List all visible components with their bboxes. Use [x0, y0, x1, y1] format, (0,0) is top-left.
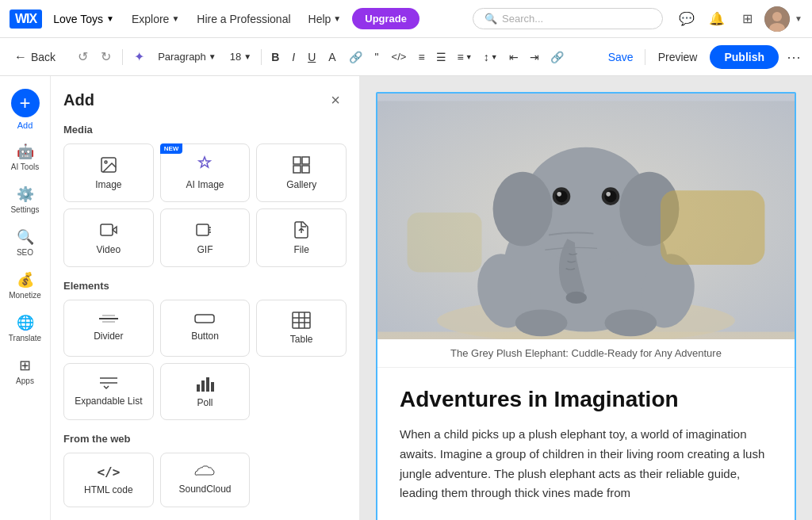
seo-label: SEO	[17, 248, 33, 257]
media-item-image[interactable]: Image	[63, 143, 154, 202]
save-button[interactable]: Save	[600, 48, 642, 67]
image-icon	[99, 155, 118, 174]
explore-menu[interactable]: Explore ▼	[125, 10, 186, 29]
bell-icon-button[interactable]: 🔔	[704, 6, 730, 32]
site-name-dropdown[interactable]: Love Toys ▼	[47, 10, 121, 29]
apps-icon: ⊞	[19, 357, 31, 374]
media-item-gallery[interactable]: Gallery	[256, 143, 347, 202]
article-title: Adventures in Imagination	[400, 387, 772, 412]
add-sidebar-item[interactable]: + Add	[4, 84, 47, 135]
article-body-text: When a child picks up a plush elephant t…	[400, 425, 772, 503]
back-button[interactable]: ← Back	[6, 47, 63, 67]
more-options-button[interactable]: ⋯	[782, 45, 806, 69]
sidebar-item-seo[interactable]: 🔍 SEO	[4, 222, 47, 263]
ai-image-icon	[195, 155, 214, 174]
chevron-down-icon: ▼	[333, 14, 341, 23]
elephant-illustration	[377, 94, 795, 339]
underline-button[interactable]: U	[303, 48, 320, 67]
gif-icon	[195, 220, 214, 239]
search-bar[interactable]: 🔍 Search...	[473, 8, 663, 29]
button-label: Button	[191, 331, 219, 342]
from-web-grid: </> HTML code SoundCloud	[63, 453, 347, 507]
svg-rect-16	[293, 312, 310, 328]
sidebar-item-apps[interactable]: ⊞ Apps	[4, 350, 47, 392]
quote-button[interactable]: "	[370, 48, 384, 67]
top-nav: WIX Love Toys ▼ Explore ▼ Hire a Profess…	[0, 0, 812, 38]
upgrade-button[interactable]: Upgrade	[352, 8, 419, 29]
ai-tools-label: AI Tools	[11, 162, 39, 171]
article-body[interactable]: Adventures in Imagination When a child p…	[377, 368, 795, 520]
svg-rect-23	[197, 384, 200, 392]
gallery-icon	[292, 155, 311, 174]
avatar[interactable]	[764, 6, 790, 32]
element-table[interactable]: Table	[256, 300, 347, 357]
media-item-gif[interactable]: GIF	[160, 208, 251, 267]
text-color-button[interactable]: A	[324, 48, 340, 67]
settings-label: Settings	[10, 205, 39, 214]
bold-button[interactable]: B	[266, 48, 284, 67]
publish-button[interactable]: Publish	[710, 45, 779, 69]
grid-icon-button[interactable]: ⊞	[734, 6, 760, 32]
editor-canvas[interactable]: The Grey Plush Elephant: Cuddle-Ready fo…	[360, 76, 812, 520]
media-item-video[interactable]: Video	[63, 208, 154, 267]
chevron-down-icon: ▼	[243, 52, 251, 61]
svg-point-38	[604, 190, 616, 202]
element-button[interactable]: Button	[160, 300, 251, 357]
chat-icon-button[interactable]: 💬	[674, 6, 699, 32]
sidebar-item-translate[interactable]: 🌐 Translate	[4, 308, 47, 349]
ordered-list-button[interactable]: ≡	[414, 48, 428, 67]
svg-rect-11	[197, 224, 209, 235]
search-icon: 🔍	[485, 13, 497, 25]
line-height-button[interactable]: ↕▼	[480, 48, 502, 67]
table-icon	[292, 312, 311, 329]
ai-assist-button[interactable]: ✦	[129, 46, 149, 67]
editor-content-area[interactable]: The Grey Plush Elephant: Cuddle-Ready fo…	[376, 92, 796, 520]
align-button[interactable]: ≡▼	[454, 48, 477, 67]
soundcloud-label: SoundCloud	[178, 484, 231, 495]
monetize-icon: 💰	[17, 271, 34, 289]
hyperlink-button[interactable]: 🔗	[546, 48, 568, 67]
from-web-html[interactable]: </> HTML code	[63, 453, 154, 507]
media-grid: Image NEW AI Image Gallery Video GIF	[63, 143, 347, 267]
poll-icon	[195, 375, 214, 392]
redo-button[interactable]: ↻	[96, 46, 116, 67]
indent-right-button[interactable]: ⇥	[526, 48, 543, 67]
wix-logo[interactable]: WIX	[10, 10, 42, 29]
unordered-list-button[interactable]: ☰	[432, 48, 450, 67]
sidebar-item-ai-tools[interactable]: 🤖 AI Tools	[4, 136, 47, 178]
close-panel-button[interactable]: ×	[324, 89, 347, 111]
table-label: Table	[290, 334, 313, 345]
help-menu[interactable]: Help ▼	[302, 10, 348, 29]
format-type-dropdown[interactable]: Paragraph ▼	[152, 47, 222, 67]
hire-professional-link[interactable]: Hire a Professional	[190, 10, 297, 29]
font-size-dropdown[interactable]: 18 ▼	[225, 48, 256, 66]
editor-secondary-bar: ← Back ↺ ↻ ✦ Paragraph ▼ 18 ▼ B I U A 🔗 …	[0, 38, 812, 76]
add-panel: Add × Media Image NEW AI Image Gallery V…	[51, 76, 360, 520]
svg-rect-24	[201, 380, 205, 392]
link-button[interactable]: 🔗	[344, 48, 367, 67]
html-code-icon: </>	[97, 465, 120, 480]
code-button[interactable]: </>	[387, 48, 412, 66]
preview-button[interactable]: Preview	[649, 48, 707, 67]
from-web-soundcloud[interactable]: SoundCloud	[160, 453, 251, 507]
undo-button[interactable]: ↺	[73, 46, 93, 67]
divider-icon	[98, 312, 120, 326]
left-sidebar: + Add 🤖 AI Tools ⚙️ Settings 🔍 SEO 💰 Mon…	[0, 76, 51, 520]
media-item-file[interactable]: File	[256, 208, 347, 267]
svg-point-1	[772, 12, 782, 21]
svg-rect-15	[195, 315, 214, 323]
indent-left-button[interactable]: ⇤	[505, 48, 523, 67]
poll-label: Poll	[197, 397, 213, 408]
image-label: Image	[95, 179, 121, 190]
media-item-ai-image[interactable]: NEW AI Image	[160, 143, 251, 202]
svg-point-33	[566, 292, 587, 304]
from-web-section-title: From the web	[63, 433, 347, 445]
element-expandable-list[interactable]: Expandable List	[63, 363, 154, 420]
italic-button[interactable]: I	[287, 48, 300, 67]
element-poll[interactable]: Poll	[160, 363, 251, 420]
button-icon	[193, 312, 216, 326]
element-divider[interactable]: Divider	[63, 300, 154, 357]
sidebar-item-settings[interactable]: ⚙️ Settings	[4, 179, 47, 220]
add-circle-button[interactable]: +	[11, 89, 40, 117]
sidebar-item-monetize[interactable]: 💰 Monetize	[4, 265, 47, 306]
